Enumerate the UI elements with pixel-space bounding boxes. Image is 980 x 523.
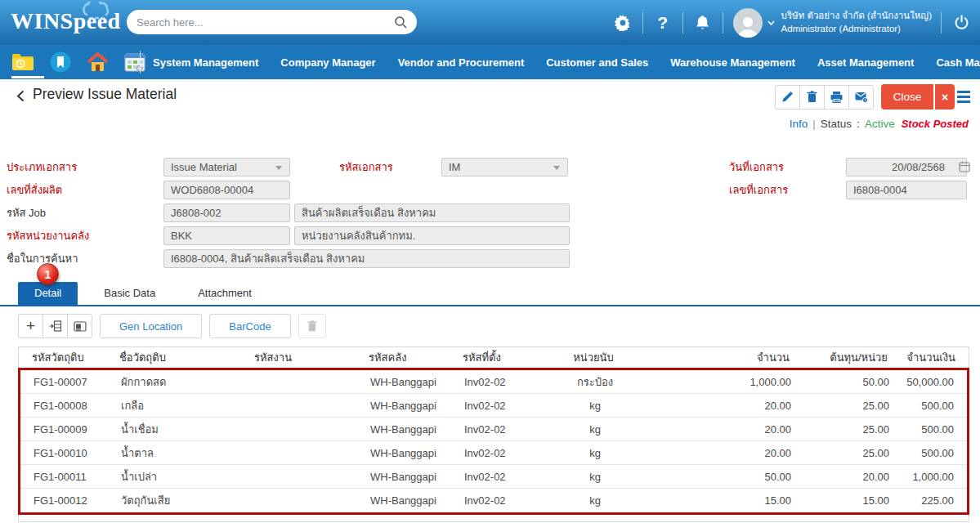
table-row-4[interactable]: FG1-00010น้ำตาลWH-BanggapiInv02-02kg20.0… (20, 441, 967, 465)
nav-item-asset-management[interactable]: Asset Management (817, 56, 914, 69)
table-row-6[interactable]: FG1-00012วัตถุกันเสียWH-BanggapiInv02-02… (20, 489, 967, 512)
table-cell: Inv02-02 (456, 423, 534, 436)
warehouse-code-field[interactable]: BKK (163, 226, 290, 245)
doc-date-field[interactable]: 20/08/2568 (846, 158, 967, 177)
doc-no-label: เลขที่เอกสาร (729, 181, 839, 199)
table-cell: 50,000.00 (889, 376, 967, 388)
x-close-button[interactable]: × (935, 84, 955, 110)
help-button[interactable]: ? (652, 12, 673, 34)
tab-attachment[interactable]: Attachment (181, 282, 268, 305)
menu-handle-icon[interactable] (957, 91, 970, 103)
table-cell: WH-Banggapi (362, 471, 456, 483)
table-cell: kg (534, 423, 656, 436)
table-row-5[interactable]: FG1-00011น้ำเปล่าWH-BanggapiInv02-02kg50… (20, 465, 967, 489)
divider: | (812, 118, 816, 130)
table-row-1[interactable]: FG1-00007ผักกาดสดWH-BanggapiInv02-02กระป… (20, 370, 967, 394)
app-logo: WINSpeed (11, 8, 121, 34)
stock-posted-badge: Stock Posted (902, 118, 969, 130)
gen-location-button[interactable]: Gen Location (100, 314, 202, 338)
column-header-6: จำนวน (655, 349, 790, 366)
close-button[interactable]: Close (881, 84, 933, 110)
nav-item-vendor-and-procurement[interactable]: Vendor and Procurement (398, 56, 525, 69)
doc-code-select[interactable]: IM (441, 158, 568, 177)
nav-item-customer-and-sales[interactable]: Customer and Sales (546, 56, 648, 69)
tab-detail[interactable]: Detail (18, 282, 78, 305)
search-icon[interactable] (394, 16, 407, 29)
info-link[interactable]: Info (790, 118, 808, 130)
doc-code-label: รหัสเอกสาร (339, 158, 437, 177)
user-menu[interactable] (732, 7, 763, 38)
logout-button[interactable] (951, 12, 972, 34)
grid-toolbar: + Gen Location BarCode (18, 314, 326, 338)
table-cell: 1,000.00 (656, 376, 791, 388)
table-cell: FG1-00010 (20, 447, 113, 459)
table-cell: ผักกาดสด (113, 373, 248, 391)
pencil-icon (781, 91, 794, 103)
table-cell: 50.00 (791, 376, 889, 388)
page-content: Preview Issue Material (0, 79, 980, 523)
send-mail-button[interactable] (848, 85, 874, 110)
global-search[interactable] (127, 10, 417, 34)
search-name-label: ชื่อในการค้นหา (7, 249, 158, 268)
gear-icon (615, 15, 631, 31)
module-menu: System ManagementCompany ManagerVendor a… (153, 45, 980, 79)
delete-button[interactable] (799, 85, 825, 110)
table-cell: FG1-00011 (20, 471, 113, 483)
add-row-button[interactable]: + (18, 314, 43, 338)
table-cell: 25.00 (791, 447, 889, 459)
wo-no-label: เลขที่สั่งผลิต (7, 181, 158, 199)
table-cell: น้ำเชื่อม (113, 421, 248, 438)
nav-item-company-manager[interactable]: Company Manager (280, 56, 375, 69)
doc-type-select[interactable]: Issue Material (163, 158, 290, 177)
job-desc-field[interactable]: สินค้าผลิตเสร็จเดือน สิงหาคม (294, 203, 570, 222)
warehouse-desc-field[interactable]: หน่วยงานคลังสินค้ากทม. (294, 226, 570, 245)
bookmark-icon[interactable] (50, 51, 71, 73)
folder-clock-icon[interactable] (11, 52, 34, 72)
nav-item-warehouse-management[interactable]: Warehouse Management (670, 56, 795, 69)
table-row-2[interactable]: FG1-00008เกลือWH-BanggapiInv02-02kg20.00… (20, 394, 967, 418)
back-chevron-icon[interactable] (16, 90, 25, 102)
person-icon (736, 13, 760, 38)
notifications-button[interactable] (692, 12, 714, 34)
table-cell: 50.00 (656, 471, 791, 483)
search-name-field[interactable]: I6808-0004, สินค้าผลิตเสร็จเดือน สิงหาคม (163, 249, 570, 268)
edit-button[interactable] (775, 85, 800, 110)
doc-no-field[interactable]: I6808-0004 (846, 181, 967, 199)
document-form: ประเภทเอกสาร Issue Material รหัสเอกสาร I… (0, 154, 980, 277)
nav-item-cash-management[interactable]: Cash Management (936, 56, 980, 69)
table-cell: kg (534, 494, 656, 507)
table-cell: 25.00 (791, 423, 889, 436)
top-bar: WINSpeed ? (0, 0, 980, 45)
wo-no-field[interactable]: WOD6808-00004 (163, 181, 290, 199)
bell-icon (695, 15, 710, 31)
home-icon[interactable] (87, 52, 109, 73)
table-cell: วัตถุกันเสีย (113, 492, 248, 509)
table-cell: Inv02-02 (456, 494, 534, 507)
avatar[interactable] (733, 8, 763, 38)
tab-basic-data[interactable]: Basic Data (87, 282, 172, 305)
annotation-badge-1: 1 (37, 263, 59, 285)
divider (682, 12, 683, 34)
insert-row-icon (49, 320, 62, 332)
delete-row-button[interactable] (298, 314, 326, 338)
status-label: Status (821, 118, 852, 130)
barcode-button[interactable]: BarCode (209, 314, 290, 338)
search-input[interactable] (136, 16, 394, 29)
print-button[interactable] (824, 85, 849, 110)
material-table: รหัสวัตถุดิบชื่อวัตถุดิบรหัสงานรหัสคลังร… (18, 346, 969, 522)
trash-icon (807, 91, 817, 103)
colon: : (857, 118, 860, 130)
job-code-field[interactable]: J6808-002 (163, 203, 290, 222)
table-row-3[interactable]: FG1-00009น้ำเชื่อมWH-BanggapiInv02-02kg2… (20, 418, 967, 441)
table-cell: Inv02-02 (456, 447, 534, 459)
settings-button[interactable] (612, 12, 633, 34)
user-role: Administrator (Administrator) (781, 23, 932, 36)
table-cell: 225.00 (889, 494, 967, 507)
calendar-small-icon[interactable] (959, 161, 970, 172)
calendar-icon[interactable] (124, 52, 145, 72)
chevron-down-icon[interactable] (767, 20, 775, 25)
table-footer-strip (18, 515, 969, 522)
insert-row-button[interactable] (43, 314, 68, 338)
nav-item-system-management[interactable]: System Management (153, 56, 258, 69)
duplicate-row-button[interactable] (67, 314, 92, 338)
